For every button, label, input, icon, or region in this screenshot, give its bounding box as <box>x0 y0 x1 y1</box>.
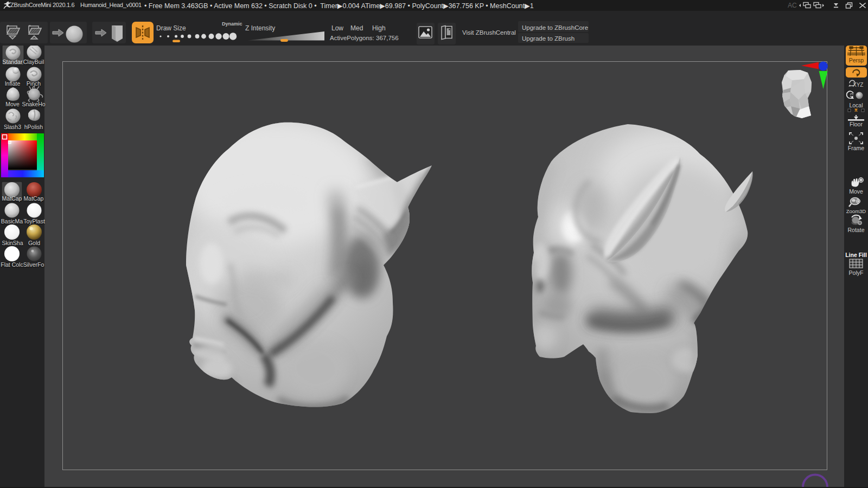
svg-text:Line Fill: Line Fill <box>845 252 867 258</box>
svg-text:Persp: Persp <box>849 57 864 63</box>
svg-text:XYZ: XYZ <box>853 82 863 88</box>
